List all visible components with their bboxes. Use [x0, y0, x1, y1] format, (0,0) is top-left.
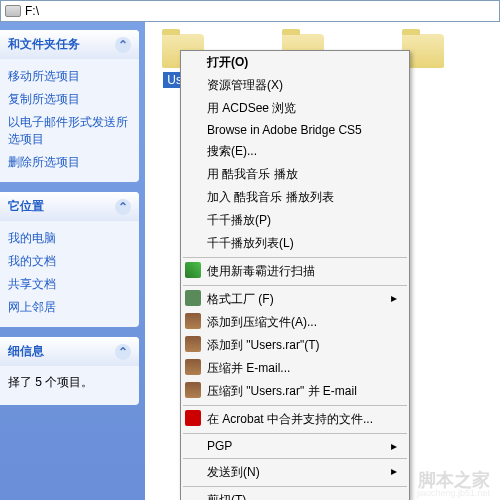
place-network[interactable]: 网上邻居 — [8, 296, 131, 319]
context-menu-item[interactable]: 千千播放(P) — [181, 209, 409, 232]
menu-separator — [183, 486, 407, 487]
tasks-panel: 和文件夹任务 ⌃ 移动所选项目 复制所选项目 以电子邮件形式发送所选项目 删除所… — [0, 30, 139, 182]
panel-title: 和文件夹任务 — [8, 36, 80, 53]
context-menu-item[interactable]: PGP▸ — [181, 436, 409, 456]
context-menu-item[interactable]: 使用新毒霸进行扫描 — [181, 260, 409, 283]
menu-separator — [183, 458, 407, 459]
address-path: F:\ — [25, 4, 39, 18]
menu-item-label: 用 ACDSee 浏览 — [207, 101, 296, 115]
panel-header[interactable]: 它位置 ⌃ — [0, 192, 139, 221]
menu-item-label: 在 Acrobat 中合并支持的文件... — [207, 412, 373, 426]
rar-icon — [185, 313, 201, 329]
context-menu-item[interactable]: 用 ACDSee 浏览 — [181, 97, 409, 120]
acrobat-icon — [185, 410, 201, 426]
chevron-up-icon[interactable]: ⌃ — [115, 199, 131, 215]
fmt-icon — [185, 290, 201, 306]
menu-item-label: 千千播放列表(L) — [207, 236, 294, 250]
sidebar: 和文件夹任务 ⌃ 移动所选项目 复制所选项目 以电子邮件形式发送所选项目 删除所… — [0, 22, 145, 500]
task-move[interactable]: 移动所选项目 — [8, 65, 131, 88]
rar-icon — [185, 336, 201, 352]
context-menu-item[interactable]: 千千播放列表(L) — [181, 232, 409, 255]
context-menu-item[interactable]: 在 Acrobat 中合并支持的文件... — [181, 408, 409, 431]
submenu-arrow-icon: ▸ — [391, 439, 397, 453]
menu-item-label: 加入 酷我音乐 播放列表 — [207, 190, 334, 204]
menu-item-label: 添加到压缩文件(A)... — [207, 315, 317, 329]
panel-header[interactable]: 细信息 ⌃ — [0, 337, 139, 366]
menu-item-label: 用 酷我音乐 播放 — [207, 167, 298, 181]
shield-icon — [185, 262, 201, 278]
menu-item-label: 压缩到 "Users.rar" 并 E-mail — [207, 384, 357, 398]
menu-item-label: PGP — [207, 439, 232, 453]
rar-icon — [185, 382, 201, 398]
menu-item-label: 打开(O) — [207, 55, 248, 69]
context-menu-item[interactable]: 用 酷我音乐 播放 — [181, 163, 409, 186]
context-menu-item[interactable]: 打开(O) — [181, 51, 409, 74]
menu-separator — [183, 405, 407, 406]
details-panel: 细信息 ⌃ 择了 5 个项目。 — [0, 337, 139, 405]
places-panel: 它位置 ⌃ 我的电脑 我的文档 共享文档 网上邻居 — [0, 192, 139, 327]
panel-title: 细信息 — [8, 343, 44, 360]
menu-item-label: 发送到(N) — [207, 465, 260, 479]
task-copy[interactable]: 复制所选项目 — [8, 88, 131, 111]
menu-item-label: 资源管理器(X) — [207, 78, 283, 92]
menu-item-label: 格式工厂 (F) — [207, 292, 274, 306]
menu-item-label: 添加到 "Users.rar"(T) — [207, 338, 320, 352]
panel-title: 它位置 — [8, 198, 44, 215]
menu-item-label: 剪切(T) — [207, 493, 246, 500]
place-mycomputer[interactable]: 我的电脑 — [8, 227, 131, 250]
panel-header[interactable]: 和文件夹任务 ⌃ — [0, 30, 139, 59]
menu-item-label: Browse in Adobe Bridge CS5 — [207, 123, 362, 137]
context-menu-item[interactable]: 剪切(T) — [181, 489, 409, 500]
chevron-up-icon[interactable]: ⌃ — [115, 37, 131, 53]
watermark-url: jiaocheng.jb51.net — [417, 488, 490, 498]
context-menu-item[interactable]: 添加到压缩文件(A)... — [181, 311, 409, 334]
menu-separator — [183, 433, 407, 434]
context-menu-item[interactable]: Browse in Adobe Bridge CS5 — [181, 120, 409, 140]
context-menu-item[interactable]: 资源管理器(X) — [181, 74, 409, 97]
menu-separator — [183, 257, 407, 258]
menu-item-label: 千千播放(P) — [207, 213, 271, 227]
place-mydocs[interactable]: 我的文档 — [8, 250, 131, 273]
drive-icon — [5, 5, 21, 17]
place-shareddocs[interactable]: 共享文档 — [8, 273, 131, 296]
menu-separator — [183, 285, 407, 286]
menu-item-label: 使用新毒霸进行扫描 — [207, 264, 315, 278]
chevron-up-icon[interactable]: ⌃ — [115, 344, 131, 360]
context-menu-item[interactable]: 搜索(E)... — [181, 140, 409, 163]
context-menu: 打开(O)资源管理器(X)用 ACDSee 浏览Browse in Adobe … — [180, 50, 410, 500]
menu-item-label: 搜索(E)... — [207, 144, 257, 158]
context-menu-item[interactable]: 发送到(N)▸ — [181, 461, 409, 484]
menu-item-label: 压缩并 E-mail... — [207, 361, 290, 375]
context-menu-item[interactable]: 加入 酷我音乐 播放列表 — [181, 186, 409, 209]
rar-icon — [185, 359, 201, 375]
submenu-arrow-icon: ▸ — [391, 464, 397, 478]
task-email[interactable]: 以电子邮件形式发送所选项目 — [8, 111, 131, 151]
context-menu-item[interactable]: 添加到 "Users.rar"(T) — [181, 334, 409, 357]
context-menu-item[interactable]: 压缩并 E-mail... — [181, 357, 409, 380]
task-delete[interactable]: 删除所选项目 — [8, 151, 131, 174]
context-menu-item[interactable]: 格式工厂 (F)▸ — [181, 288, 409, 311]
context-menu-item[interactable]: 压缩到 "Users.rar" 并 E-mail — [181, 380, 409, 403]
submenu-arrow-icon: ▸ — [391, 291, 397, 305]
selection-status: 择了 5 个项目。 — [0, 366, 139, 399]
address-bar[interactable]: F:\ — [0, 0, 500, 22]
